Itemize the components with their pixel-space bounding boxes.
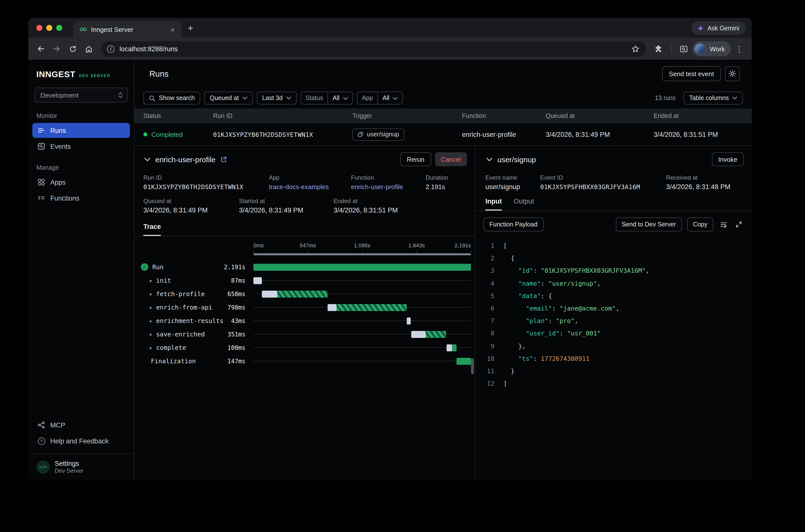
show-search-button[interactable]: Show search — [143, 92, 200, 104]
function-payload-button[interactable]: Function Payload — [483, 217, 543, 231]
minimize-window-button[interactable] — [46, 25, 52, 31]
table-row[interactable]: Completed 01KJXSYPZYB6TH2DSDSYETWN1X use… — [134, 124, 752, 146]
code-line: 4 "name": "user/signup", — [482, 277, 752, 289]
extensions-puzzle-icon[interactable] — [651, 41, 666, 56]
app-filter-value[interactable]: All — [378, 92, 402, 104]
collapse-chevron-icon[interactable] — [485, 156, 493, 162]
sidebar-item-apps[interactable]: Apps — [32, 175, 130, 190]
ended-at-value: 3/4/2026, 8:31:51 PM — [334, 207, 398, 214]
url-bar[interactable]: i localhost:8288/runs — [101, 41, 646, 56]
trace-row[interactable]: ✓Run2.191s — [134, 260, 475, 274]
cancel-button[interactable]: Cancel — [435, 152, 467, 166]
expander-icon[interactable]: ▸ — [150, 278, 152, 283]
sidebar-item-label: Runs — [50, 127, 66, 134]
trace-row[interactable]: ▸enrichment-results43ms — [134, 314, 475, 327]
expander-icon[interactable]: ▸ — [150, 332, 152, 337]
queued-at-cell: 3/4/2026, 8:31:49 PM — [546, 131, 654, 138]
external-link-icon[interactable] — [221, 156, 227, 163]
queued-at-label: Queued at — [143, 197, 239, 205]
trace-row[interactable]: ▸fetch-profile658ms — [134, 287, 475, 301]
trace-row[interactable]: Finalization147ms — [134, 354, 475, 368]
browser-window: Inngest Server × + Ask Gemini — [29, 18, 752, 480]
table-columns-dropdown[interactable]: Table columns — [684, 92, 743, 104]
profile-chip[interactable]: Work — [692, 41, 731, 56]
column-header: Ended at — [654, 112, 752, 119]
panel-scrollbar[interactable] — [471, 358, 474, 374]
word-wrap-icon[interactable] — [718, 219, 729, 230]
tab-trace[interactable]: Trace — [143, 223, 161, 236]
event-header: user/signup Invoke — [475, 146, 752, 169]
site-info-icon[interactable]: i — [107, 45, 114, 53]
sidebar-item-functions[interactable]: Functions — [32, 191, 130, 206]
trace-bar-segment — [452, 344, 456, 351]
close-window-button[interactable] — [36, 25, 42, 31]
environment-select[interactable]: Development — [34, 88, 128, 102]
code-line: 12] — [482, 377, 752, 390]
expand-icon[interactable] — [734, 220, 744, 229]
collapse-chevron-icon[interactable] — [143, 156, 151, 162]
trace-bar-track — [254, 260, 471, 274]
trace-row[interactable]: ▸enrich-from-api798ms — [134, 301, 475, 314]
trigger-badge[interactable]: user/signup — [353, 128, 404, 140]
run-detail-panel: enrich-user-profile Rerun Cancel — [134, 146, 475, 480]
side-panel-search-icon[interactable] — [677, 41, 692, 56]
trace-bar-segment — [254, 277, 262, 284]
back-button[interactable] — [33, 41, 48, 56]
environment-value: Development — [40, 91, 78, 99]
sidebar-item-mcp[interactable]: MCP — [32, 418, 130, 433]
forward-button[interactable] — [49, 41, 64, 56]
trace-row[interactable]: ▸complete100ms — [134, 341, 475, 354]
function-link[interactable]: enrich-user-profile — [351, 183, 426, 191]
status-filter-value[interactable]: All — [327, 92, 353, 104]
trace-row[interactable]: ▸init87ms — [134, 274, 475, 287]
rerun-button[interactable]: Rerun — [400, 152, 431, 166]
new-tab-button[interactable]: + — [182, 23, 198, 38]
dev-server-code-icon: </> — [36, 460, 50, 474]
expander-icon[interactable]: ▸ — [150, 305, 152, 310]
status-filter[interactable]: Status All — [300, 92, 353, 104]
code-line: 1[ — [482, 240, 752, 252]
timeline-scrubber[interactable] — [254, 253, 471, 255]
settings-gear-button[interactable] — [725, 66, 740, 81]
code-line: 5 "data": { — [482, 290, 752, 302]
zoom-window-button[interactable] — [56, 25, 62, 31]
expander-icon[interactable]: ▸ — [150, 345, 152, 350]
reload-button[interactable] — [65, 41, 80, 56]
copy-button[interactable]: Copy — [687, 217, 713, 231]
trace-bar-track — [254, 274, 471, 287]
expander-icon[interactable]: ▸ — [150, 318, 152, 323]
browser-menu-icon[interactable]: ⋮ — [732, 41, 747, 56]
app-link[interactable]: trace-docs-examples — [269, 183, 351, 191]
queued-at-dropdown[interactable]: Queued at — [204, 92, 253, 104]
status-filter-label: Status — [301, 95, 327, 101]
inngest-favicon-icon — [79, 27, 87, 32]
trace-row[interactable]: ▸save-enriched351ms — [134, 327, 475, 341]
sidebar-item-help[interactable]: ? Help and Feedback — [32, 434, 130, 449]
tab-input[interactable]: Input — [485, 197, 502, 210]
app-selected: All — [382, 95, 390, 101]
received-at-label: Received at — [666, 174, 730, 181]
expander-icon[interactable]: ▸ — [150, 291, 152, 296]
sidebar-item-events[interactable]: Events — [32, 139, 130, 154]
started-at-label: Started at — [239, 197, 334, 205]
home-button[interactable] — [81, 41, 96, 56]
bookmark-star-icon[interactable] — [629, 42, 642, 55]
trace-bar-track — [254, 354, 471, 368]
close-tab-icon[interactable]: × — [168, 25, 177, 34]
ask-gemini-button[interactable]: Ask Gemini — [692, 21, 746, 35]
invoke-button[interactable]: Invoke — [712, 152, 744, 166]
time-range-dropdown[interactable]: Last 3d — [257, 92, 297, 104]
browser-tab[interactable]: Inngest Server × — [73, 21, 182, 38]
app-filter[interactable]: App All — [357, 92, 403, 104]
events-search-icon — [37, 142, 45, 150]
line-number: 8 — [482, 327, 494, 340]
send-to-dev-server-button[interactable]: Send to Dev Server — [616, 217, 682, 231]
function-label: Function — [351, 174, 426, 181]
line-number: 5 — [482, 290, 494, 302]
send-test-event-button[interactable]: Send test event — [662, 66, 721, 81]
settings-entry[interactable]: </> Settings Dev Server — [29, 453, 134, 480]
status-dot — [143, 132, 147, 136]
tab-output[interactable]: Output — [514, 197, 534, 210]
url-text[interactable]: localhost:8288/runs — [119, 45, 624, 53]
sidebar-item-runs[interactable]: Runs — [32, 123, 130, 138]
